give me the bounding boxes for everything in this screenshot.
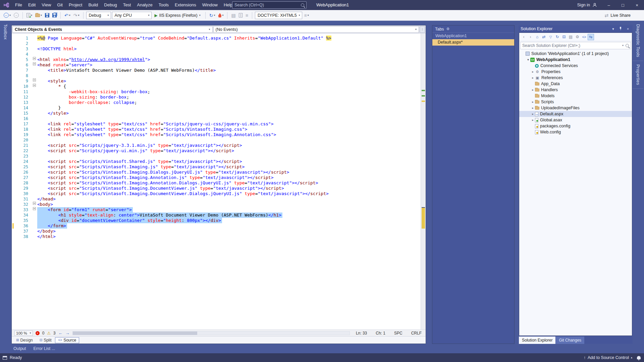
save-all-button[interactable] — [51, 12, 58, 18]
quick-search-box[interactable]: Search (Ctrl+Q) — [232, 1, 307, 9]
code-line-14[interactable]: 14 } — [12, 105, 426, 111]
redo-button[interactable]: ↷ ▾ — [72, 12, 80, 18]
navigate-forward-button[interactable]: → — [13, 12, 20, 18]
tree-item-webapplication1[interactable]: ▾C#WebApplication1 — [519, 57, 632, 63]
view-tab-split[interactable]: ⊟Split — [37, 337, 55, 343]
horizontal-scrollbar-thumb[interactable] — [73, 331, 197, 335]
back-icon[interactable]: ‹ — [521, 34, 527, 40]
code-line-5[interactable]: 5<html xmlns="http://www.w3.org/1999/xht… — [12, 57, 426, 62]
panel-tab-output[interactable]: Output — [13, 346, 26, 351]
expander-icon[interactable]: ▾ — [526, 58, 530, 61]
hot-reload-button[interactable]: ▾ — [217, 12, 224, 18]
code-line-28[interactable]: 28 <script src="Scripts/Vintasoft.Imagin… — [12, 180, 426, 186]
code-line-35[interactable]: 35 <div id="documentViewerContainer" sty… — [12, 218, 426, 223]
objects-dropdown[interactable]: Client Objects & Events ▾ — [12, 26, 213, 33]
solution-configuration-dropdown[interactable]: Debug ▾ — [86, 12, 111, 19]
code-line-8[interactable]: 8 — [12, 73, 426, 78]
start-debugging-button[interactable]: ▶ IIS Express (Firefox) ▾ — [153, 12, 203, 18]
code-line-30[interactable]: 30 <script src="Scripts/Vintasoft.Imagin… — [12, 191, 426, 196]
pin-button[interactable] — [618, 26, 623, 31]
tree-item-handlers[interactable]: ▸Handlers — [519, 87, 632, 93]
open-file-button[interactable]: ▾ — [34, 13, 43, 18]
minimize-button[interactable]: – — [602, 0, 616, 10]
solution-platform-dropdown[interactable]: Any CPU ▾ — [112, 12, 152, 19]
horizontal-scrollbar[interactable] — [72, 331, 350, 335]
expander-icon[interactable]: ▸ — [531, 70, 535, 73]
tree-item-properties[interactable]: ▸Properties — [519, 69, 632, 75]
sign-in-button[interactable]: Sign in — [573, 0, 602, 10]
solution-explorer-title-bar[interactable]: Solution Explorer ▾ × — [519, 25, 633, 33]
code-line-16[interactable]: 16 — [12, 116, 426, 121]
code-line-19[interactable]: 19 <link rel="stylesheet" type="text/css… — [12, 132, 426, 137]
collapse-region-icon[interactable] — [33, 78, 36, 81]
collapse-region-icon[interactable] — [33, 62, 36, 65]
save-button[interactable] — [44, 12, 50, 18]
code-line-26[interactable]: 26 <script src="Scripts/Vintasoft.Imagin… — [12, 170, 426, 175]
code-line-13[interactable]: 13 border-collapse: collapse; — [12, 100, 426, 105]
menu-build[interactable]: Build — [85, 0, 101, 10]
code-line-36[interactable]: 36 </form> — [12, 223, 426, 229]
menu-extensions[interactable]: Extensions — [172, 0, 199, 10]
doctype-dropdown[interactable]: DOCTYPE: XHTML5 ▾ — [255, 12, 302, 19]
split-editor-handle[interactable]: ⁞ — [420, 26, 425, 33]
code-line-17[interactable]: 17 <link rel="stylesheet" type="text/css… — [12, 121, 426, 127]
browser-link-button[interactable]: ▤ — [230, 12, 236, 18]
code-line-2[interactable]: 2 — [12, 41, 426, 46]
expander-icon[interactable]: ▸ — [531, 100, 535, 104]
forward-icon[interactable]: › — [527, 34, 534, 40]
code-line-29[interactable]: 29 <script src="Scripts/Vintasoft.Imagin… — [12, 186, 426, 191]
view-code-icon[interactable]: <> — [581, 34, 587, 40]
navigate-forward-icon[interactable]: → — [65, 331, 70, 335]
add-to-source-control-button[interactable]: ↑ Add to Source Control ▴ — [584, 355, 632, 360]
home-icon[interactable]: ⌂ — [534, 34, 540, 40]
tree-item-scripts[interactable]: ▸Scripts — [519, 99, 632, 105]
collapse-region-icon[interactable] — [33, 84, 36, 87]
window-position-icon[interactable]: ▾ — [610, 27, 616, 31]
code-line-12[interactable]: 12 box-sizing: border-box; — [12, 95, 426, 100]
menu-git[interactable]: Git — [54, 0, 66, 10]
new-project-button[interactable]: ▾ — [25, 12, 33, 18]
code-line-25[interactable]: 25 <script src="Scripts/Vintasoft.Imagin… — [12, 164, 426, 170]
collapse-region-icon[interactable] — [33, 57, 36, 60]
code-line-24[interactable]: 24 <script src="Scripts/Vintasoft.Shared… — [12, 159, 426, 164]
code-line-7[interactable]: 7 <title>VintaSoft Document Viewer Demo … — [12, 68, 426, 73]
filter-icon[interactable]: ▽ — [547, 34, 554, 40]
code-line-10[interactable]: 10 * { — [12, 84, 426, 89]
live-share-button[interactable]: ⇄ Live Share — [605, 10, 633, 21]
code-line-11[interactable]: 11 -webkit-box-sizing: border-box; — [12, 89, 426, 95]
expander-icon[interactable]: ▸ — [531, 106, 535, 110]
tool-window-icon[interactable] — [3, 356, 7, 360]
close-panel-icon[interactable]: × — [625, 27, 631, 31]
code-line-33[interactable]: 33 <form id="form1" runat="server"> — [12, 207, 426, 213]
menu-project[interactable]: Project — [66, 0, 85, 10]
navigate-backward-button[interactable]: ← ▾ — [3, 12, 12, 18]
solution-explorer-search-box[interactable]: Search Solution Explorer (Ctrl+;) ▾ — [520, 42, 631, 49]
tree-item-references[interactable]: ▸References — [519, 75, 632, 81]
show-all-files-icon[interactable]: ▤ — [568, 34, 574, 40]
expander-icon[interactable]: ▸ — [531, 88, 535, 92]
code-line-3[interactable]: 3<!DOCTYPE html> — [12, 46, 426, 52]
undo-button[interactable]: ↶ ▾ — [63, 12, 71, 18]
code-area[interactable]: 1<%@ Page Language="C#" AutoEventWireup=… — [12, 34, 426, 329]
panel-tab-solution-explorer[interactable]: Solution Explorer — [519, 337, 555, 344]
panel-tab-git-changes[interactable]: Git Changes — [556, 337, 584, 344]
menu-view[interactable]: View — [39, 0, 54, 10]
refresh-icon[interactable]: ↻ — [554, 34, 560, 40]
tree-item-global-asax[interactable]: ▸Global.asax — [519, 117, 632, 123]
tree-item-solution-webapplication1-1-of-1-project[interactable]: Solution 'WebApplication1' (1 of 1 proje… — [519, 51, 632, 57]
code-line-38[interactable]: 38</html> — [12, 234, 426, 239]
tree-item-web-config[interactable]: Web.config — [519, 129, 632, 135]
side-tab-diagnostic-tools[interactable]: Diagnostic Tools — [633, 21, 643, 61]
collapse-region-icon[interactable] — [33, 207, 36, 210]
view-tab-source[interactable]: <>Source — [55, 337, 79, 343]
code-line-1[interactable]: 1<%@ Page Language="C#" AutoEventWireup=… — [12, 36, 426, 41]
warning-count[interactable]: 3 — [53, 331, 56, 336]
html-options-button[interactable]: ≡ ▾ — [303, 12, 310, 18]
collapse-all-icon[interactable]: ⊟ — [561, 34, 567, 40]
code-line-32[interactable]: 32<body> — [12, 202, 426, 207]
tree-item-packages-config[interactable]: packages.config — [519, 123, 632, 129]
expander-icon[interactable]: ▸ — [531, 118, 535, 122]
close-button[interactable]: × — [630, 0, 644, 10]
properties-icon[interactable]: ⚙ — [574, 34, 581, 40]
indent-lines-button[interactable]: ≡ — [245, 12, 249, 18]
